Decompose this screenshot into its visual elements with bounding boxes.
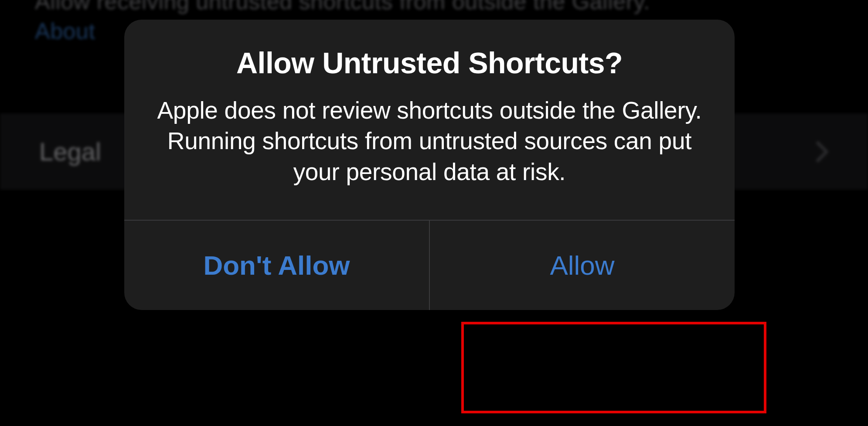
alert-dialog: Allow Untrusted Shortcuts? Apple does no… — [124, 20, 735, 310]
legal-row-label: Legal — [39, 137, 101, 166]
alert-message: Apple does not review shortcuts outside … — [150, 95, 708, 187]
dont-allow-button[interactable]: Don't Allow — [124, 221, 429, 310]
allow-button[interactable]: Allow — [430, 221, 735, 310]
alert-title: Allow Untrusted Shortcuts? — [150, 46, 708, 80]
alert-button-row: Don't Allow Allow — [124, 221, 735, 310]
alert-body: Allow Untrusted Shortcuts? Apple does no… — [124, 20, 735, 220]
chevron-right-icon — [816, 141, 829, 163]
setting-description-text: Allow receiving untrusted shortcuts from… — [35, 0, 650, 14]
about-link[interactable]: About — [35, 18, 95, 44]
